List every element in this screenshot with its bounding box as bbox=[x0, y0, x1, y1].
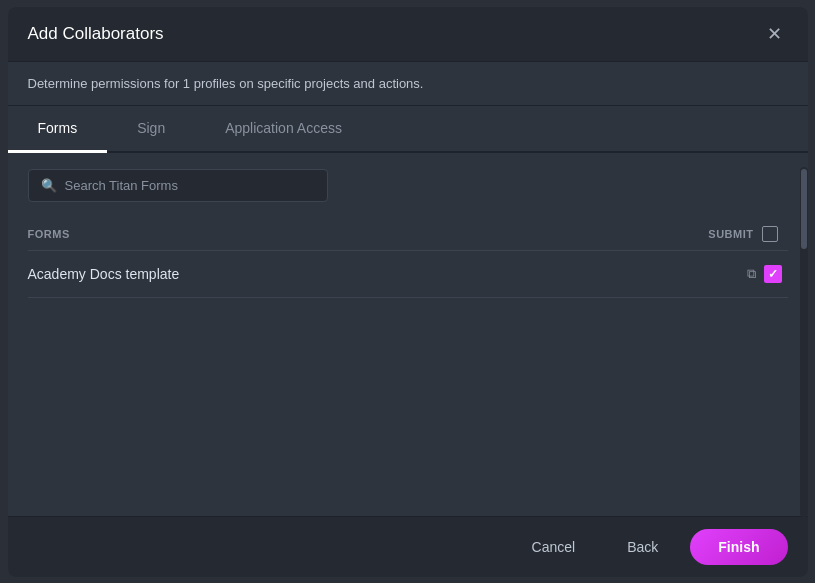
finish-button[interactable]: Finish bbox=[690, 529, 787, 565]
cancel-button[interactable]: Cancel bbox=[512, 529, 596, 565]
search-icon: 🔍 bbox=[41, 178, 57, 193]
search-input[interactable] bbox=[65, 178, 315, 193]
close-button[interactable]: ✕ bbox=[761, 23, 788, 45]
row-form-name: Academy Docs template bbox=[28, 266, 180, 282]
tab-application-access[interactable]: Application Access bbox=[195, 106, 372, 153]
submit-column-header: SUBMIT bbox=[708, 226, 777, 242]
modal-title: Add Collaborators bbox=[28, 24, 164, 44]
tab-sign[interactable]: Sign bbox=[107, 106, 195, 153]
modal-footer: Cancel Back Finish bbox=[8, 516, 808, 577]
modal-subtitle: Determine permissions for 1 profiles on … bbox=[8, 62, 808, 106]
external-link-icon[interactable]: ⧉ bbox=[747, 266, 756, 282]
modal-body: 🔍 FORMS SUBMIT Academy Docs template ⧉ bbox=[8, 153, 808, 516]
tab-forms[interactable]: Forms bbox=[8, 106, 108, 153]
scrollbar[interactable] bbox=[800, 167, 808, 517]
scrollbar-thumb bbox=[801, 169, 807, 249]
tabs-bar: Forms Sign Application Access bbox=[8, 106, 808, 153]
search-container: 🔍 bbox=[28, 169, 328, 202]
modal-header: Add Collaborators ✕ bbox=[8, 7, 808, 62]
add-collaborators-modal: Add Collaborators ✕ Determine permission… bbox=[8, 7, 808, 577]
table-header: FORMS SUBMIT bbox=[28, 218, 788, 251]
row-submit-checkbox[interactable] bbox=[764, 265, 782, 283]
forms-column-header: FORMS bbox=[28, 228, 70, 240]
table-row: Academy Docs template ⧉ bbox=[28, 251, 788, 298]
submit-header-checkbox[interactable] bbox=[762, 226, 778, 242]
back-button[interactable]: Back bbox=[607, 529, 678, 565]
row-actions: ⧉ bbox=[747, 265, 782, 283]
